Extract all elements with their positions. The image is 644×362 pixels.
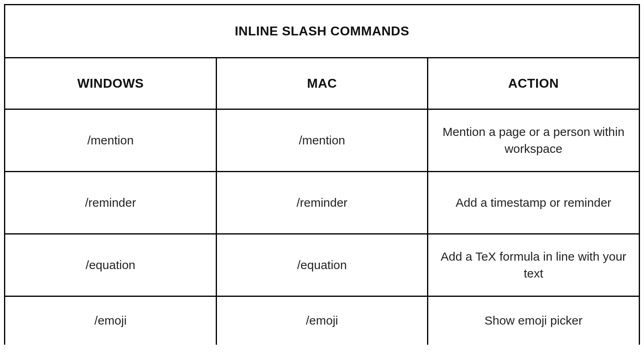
cell-windows: /emoji <box>5 296 217 345</box>
cell-action: Show emoji picker <box>427 296 639 345</box>
cell-action: Add a timestamp or reminder <box>427 172 639 234</box>
column-header-mac: MAC <box>217 58 428 109</box>
cell-windows: /reminder <box>5 172 217 234</box>
slash-commands-table-container: INLINE SLASH COMMANDS WINDOWS MAC ACTION… <box>4 4 640 345</box>
cell-windows: /equation <box>5 234 217 296</box>
cell-mac: /equation <box>217 234 428 296</box>
table-row: /emoji /emoji Show emoji picker <box>5 296 639 345</box>
cell-action: Mention a page or a person within worksp… <box>427 109 639 172</box>
cell-action: Add a TeX formula in line with your text <box>427 234 639 296</box>
table-row: /equation /equation Add a TeX formula in… <box>5 234 639 296</box>
table-header-row: WINDOWS MAC ACTION <box>5 58 639 109</box>
cell-mac: /mention <box>217 109 428 172</box>
cell-windows: /mention <box>5 109 217 172</box>
slash-commands-table: WINDOWS MAC ACTION /mention /mention Men… <box>5 57 639 345</box>
cell-mac: /reminder <box>217 172 428 234</box>
cell-mac: /emoji <box>217 296 428 345</box>
table-title: INLINE SLASH COMMANDS <box>5 5 639 57</box>
table-row: /reminder /reminder Add a timestamp or r… <box>5 172 639 234</box>
table-row: /mention /mention Mention a page or a pe… <box>5 109 639 172</box>
column-header-action: ACTION <box>427 58 639 109</box>
column-header-windows: WINDOWS <box>5 58 217 109</box>
